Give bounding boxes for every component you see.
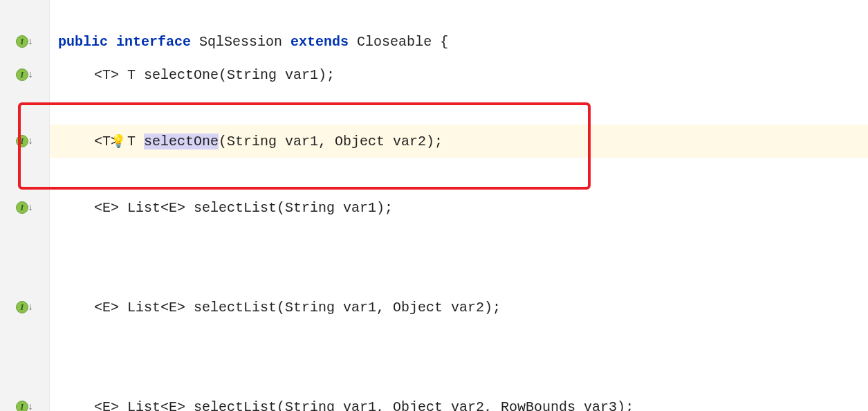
down-arrow-icon: ↓	[28, 36, 33, 48]
code-line[interactable]: public interface SqlSession extends Clos…	[50, 25, 868, 58]
interface-icon: I	[16, 401, 28, 411]
interface-icon: I	[16, 201, 28, 214]
down-arrow-icon: ↓	[28, 202, 33, 214]
interface-icon: I	[16, 301, 28, 313]
keyword-extends: extends	[290, 34, 349, 50]
gutter-implementation-marker[interactable]: I↓	[0, 125, 49, 158]
keyword-public: public	[58, 34, 108, 50]
code-line[interactable]: <E> List<E> selectList(String var1);	[50, 191, 868, 224]
method-signature: <E> List<E> selectList(String var1, Obje…	[94, 399, 634, 412]
method-name-selected: selectOne	[144, 134, 219, 149]
editor-gutter: I↓ I↓ I↓ I↓ I↓ I↓ I↓	[0, 0, 50, 411]
interface-icon: I	[16, 35, 28, 48]
down-arrow-icon: ↓	[28, 401, 33, 412]
type-name: SqlSession	[191, 34, 290, 50]
interface-icon: I	[16, 68, 28, 81]
gutter-implementation-marker[interactable]: I↓	[0, 390, 49, 411]
supertype: Closeable {	[349, 34, 448, 50]
gutter-implementation-marker[interactable]: I↓	[0, 191, 49, 224]
gutter-implementation-marker[interactable]: I↓	[0, 291, 49, 324]
intention-bulb-icon[interactable]: 💡	[111, 134, 126, 149]
code-line[interactable]: <E> List<E> selectList(String var1, Obje…	[50, 291, 868, 324]
down-arrow-icon: ↓	[28, 302, 33, 313]
gutter-implementation-marker[interactable]: I↓	[0, 25, 49, 58]
method-signature: <E> List<E> selectList(String var1);	[94, 200, 393, 216]
method-params: (String var1, Object var2);	[219, 134, 443, 149]
interface-icon: I	[16, 135, 28, 147]
method-signature: <T> T selectOne(String var1);	[94, 67, 335, 83]
code-line[interactable]: <E> List<E> selectList(String var1, Obje…	[50, 390, 868, 411]
method-signature: <E> List<E> selectList(String var1, Obje…	[94, 300, 501, 316]
keyword-interface: interface	[116, 34, 191, 50]
down-arrow-icon: ↓	[28, 136, 33, 147]
code-editor[interactable]: public interface SqlSession extends Clos…	[50, 0, 868, 411]
down-arrow-icon: ↓	[28, 69, 33, 81]
code-line[interactable]: <T> T selectOne(String var1);	[50, 58, 868, 91]
code-line-highlighted[interactable]: 💡 <T> T selectOne(String var1, Object va…	[50, 125, 868, 158]
gutter-implementation-marker[interactable]: I↓	[0, 58, 49, 91]
